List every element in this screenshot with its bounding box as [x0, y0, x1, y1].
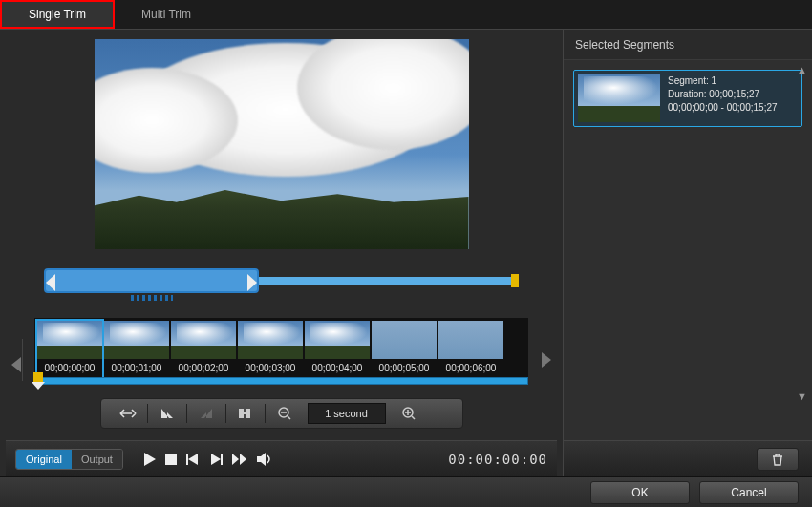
video-trim-dialog: { "tabs": { "single": "Single Trim", "mu… — [0, 0, 812, 507]
tab-multi-trim[interactable]: Multi Trim — [115, 0, 218, 29]
detect-scenes-icon[interactable] — [228, 400, 263, 427]
dialog-footer: OK Cancel — [0, 476, 812, 507]
trim-end-marker[interactable] — [511, 274, 519, 287]
left-panel: 00;00;00;0000;00;01;0000;00;02;0000;00;0… — [0, 30, 564, 476]
svg-marker-14 — [144, 453, 156, 466]
thumb-timecode: 00;00;00;00 — [37, 359, 102, 377]
volume-icon[interactable] — [257, 453, 272, 466]
selected-segments-title: Selected Segments — [564, 30, 812, 60]
svg-rect-19 — [221, 454, 223, 465]
thumbnail[interactable]: 00;00;06;00 — [438, 321, 503, 377]
main-timecode: 00:00:00:00 — [448, 452, 547, 467]
ok-button[interactable]: OK — [590, 481, 690, 504]
svg-rect-15 — [165, 454, 177, 465]
play-icon[interactable] — [144, 453, 156, 466]
segment-list: ▲ Segment: 1 Duration: 00;00;15;27 00;00… — [564, 60, 812, 440]
segment-item[interactable]: Segment: 1 Duration: 00;00;15;27 00;00;0… — [573, 70, 802, 127]
mode-tabs: Single Trim Multi Trim — [0, 0, 812, 30]
thumbnail[interactable]: 00;00;01;00 — [104, 321, 169, 377]
scroll-down-icon[interactable]: ▼ — [797, 391, 810, 402]
zoom-in-icon[interactable] — [392, 400, 426, 427]
thumbnail[interactable]: 00;00;00;00 — [37, 321, 102, 377]
svg-rect-6 — [244, 412, 247, 414]
swap-icon[interactable] — [111, 400, 145, 427]
stop-icon[interactable] — [165, 453, 177, 466]
playback-bar: Original Output 00:00:00:00 — [6, 440, 557, 476]
timeline-scrubber[interactable] — [34, 377, 528, 385]
svg-marker-2 — [11, 357, 21, 372]
tab-single-trim[interactable]: Single Trim — [0, 0, 115, 29]
interval-display[interactable]: 1 second — [308, 403, 386, 424]
segment-range: 00;00;00;00 - 00;00;15;27 — [668, 101, 778, 115]
mark-out-icon[interactable] — [189, 400, 224, 427]
svg-marker-18 — [211, 454, 221, 465]
thumb-timecode: 00;00;06;00 — [438, 359, 503, 377]
cancel-button[interactable]: Cancel — [699, 481, 799, 504]
zoom-toolbar: 1 second — [100, 398, 463, 429]
thumbnail[interactable]: 00;00;03;00 — [238, 321, 303, 377]
scroll-up-icon[interactable]: ▲ — [797, 64, 810, 75]
trim-start-handle[interactable] — [46, 274, 55, 291]
trim-range-handle[interactable] — [44, 268, 259, 293]
segment-duration: Duration: 00;00;15;27 — [668, 88, 778, 101]
video-preview — [95, 39, 469, 249]
thumb-timecode: 00;00;05;00 — [372, 359, 437, 377]
svg-marker-3 — [542, 352, 551, 368]
mark-in-icon[interactable] — [150, 400, 184, 427]
thumb-timecode: 00;00;02;00 — [171, 359, 236, 377]
trim-end-handle-inner[interactable] — [247, 274, 257, 291]
thumbs-prev[interactable] — [10, 339, 23, 381]
segment-title: Segment: 1 — [668, 74, 778, 88]
svg-marker-16 — [188, 454, 198, 465]
svg-rect-4 — [239, 409, 244, 418]
thumbnail[interactable]: 00;00;02;00 — [171, 321, 236, 377]
svg-marker-1 — [247, 274, 257, 291]
trim-range-bar[interactable] — [44, 268, 519, 305]
thumb-timecode: 00;00;04;00 — [305, 359, 370, 377]
thumbnail[interactable]: 00;00;04;00 — [305, 321, 370, 377]
svg-marker-21 — [240, 454, 246, 465]
thumbs-next[interactable] — [540, 339, 553, 381]
svg-marker-22 — [257, 453, 266, 466]
fast-forward-icon[interactable] — [232, 453, 247, 466]
thumbnail[interactable]: 00;00;05;00 — [372, 321, 437, 377]
view-original[interactable]: Original — [16, 450, 72, 469]
view-output[interactable]: Output — [72, 450, 122, 469]
thumb-timecode: 00;00;03;00 — [238, 359, 303, 377]
svg-marker-0 — [46, 274, 55, 291]
svg-line-8 — [288, 416, 290, 419]
thumbnail-strip: 00;00;00;0000;00;01;0000;00;02;0000;00;0… — [34, 318, 528, 377]
timeline-marker[interactable] — [33, 372, 43, 382]
zoom-out-icon[interactable] — [267, 400, 302, 427]
prev-frame-icon[interactable] — [186, 453, 200, 466]
delete-segment-button[interactable] — [757, 448, 799, 471]
thumb-timecode: 00;00;01;00 — [104, 359, 169, 377]
playhead-icon[interactable] — [32, 382, 45, 390]
svg-line-11 — [412, 416, 415, 419]
svg-marker-20 — [232, 454, 239, 465]
next-frame-icon[interactable] — [209, 453, 223, 466]
right-panel: Selected Segments ▲ Segment: 1 Duration:… — [564, 30, 812, 476]
svg-rect-17 — [186, 454, 188, 465]
